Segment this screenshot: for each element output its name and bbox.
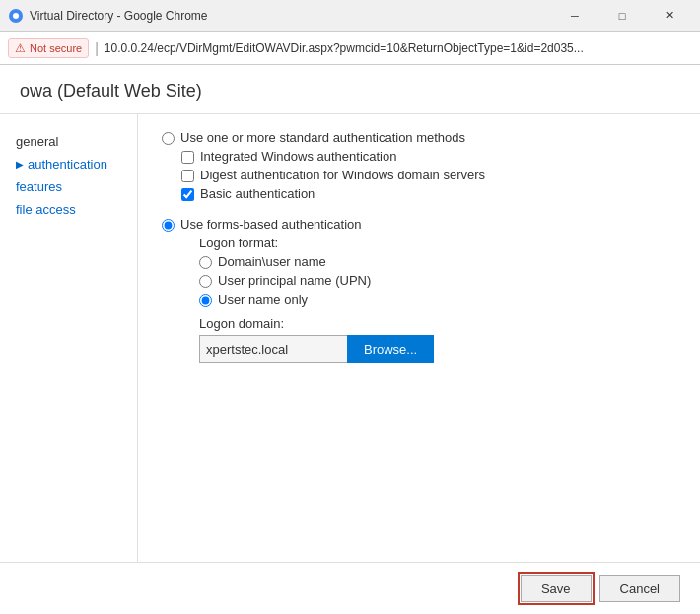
security-label: Not secure <box>30 42 82 54</box>
content-area: general ▶ authentication features file a… <box>0 114 700 562</box>
chrome-icon <box>8 8 24 24</box>
footer: Save Cancel <box>0 562 700 614</box>
window-controls: ─ □ ✕ <box>552 0 692 32</box>
upn-radio[interactable] <box>199 275 212 288</box>
standard-auth-label[interactable]: Use one or more standard authentication … <box>180 130 465 145</box>
integrated-windows-label[interactable]: Integrated Windows authentication <box>200 149 396 164</box>
sidebar-authentication-label: authentication <box>28 157 107 171</box>
sidebar-item-file-access[interactable]: file access <box>0 198 137 221</box>
digest-auth-checkbox[interactable] <box>181 170 194 182</box>
sidebar-item-general: general <box>0 130 137 153</box>
arrow-icon: ▶ <box>16 159 24 170</box>
maximize-button[interactable]: □ <box>599 0 645 32</box>
username-only-row: User name only <box>199 292 676 307</box>
security-badge: ⚠ Not secure <box>8 38 89 58</box>
browse-button[interactable]: Browse... <box>347 335 434 363</box>
forms-auth-label[interactable]: Use forms-based authentication <box>180 217 362 232</box>
main-panel: Use one or more standard authentication … <box>138 114 700 562</box>
domain-user-label[interactable]: Domain\user name <box>218 254 326 269</box>
save-button[interactable]: Save <box>521 575 592 602</box>
basic-auth-row: Basic authentication <box>181 186 676 201</box>
upn-row: User principal name (UPN) <box>199 273 676 288</box>
window-title: Virtual Directory - Google Chrome <box>30 9 552 23</box>
digest-auth-label[interactable]: Digest authentication for Windows domain… <box>200 168 485 182</box>
address-url[interactable]: 10.0.0.24/ecp/VDirMgmt/EditOWAVDir.aspx?… <box>105 41 692 55</box>
sidebar-file-access-label: file access <box>16 202 76 217</box>
forms-auth-row: Use forms-based authentication <box>162 217 676 232</box>
domain-user-radio[interactable] <box>199 256 212 269</box>
warning-icon: ⚠ <box>15 41 26 55</box>
window-body: owa (Default Web Site) general ▶ authent… <box>0 65 700 614</box>
svg-point-1 <box>13 13 19 19</box>
basic-auth-label[interactable]: Basic authentication <box>200 186 315 201</box>
domain-user-row: Domain\user name <box>199 254 676 269</box>
cancel-button[interactable]: Cancel <box>599 575 680 602</box>
address-divider: | <box>95 40 99 56</box>
sidebar-general-label: general <box>16 134 58 149</box>
minimize-button[interactable]: ─ <box>552 0 597 32</box>
username-only-label[interactable]: User name only <box>218 292 308 307</box>
digest-auth-row: Digest authentication for Windows domain… <box>181 168 676 182</box>
integrated-windows-checkbox[interactable] <box>181 151 194 164</box>
page-title: owa (Default Web Site) <box>20 81 680 102</box>
logon-format-label: Logon format: <box>199 236 676 250</box>
logon-domain-row: Browse... <box>199 335 676 363</box>
sidebar: general ▶ authentication features file a… <box>0 114 138 562</box>
logon-domain-label: Logon domain: <box>199 316 676 331</box>
sidebar-item-features[interactable]: features <box>0 175 137 198</box>
page-header: owa (Default Web Site) <box>0 65 700 114</box>
upn-label[interactable]: User principal name (UPN) <box>218 273 371 288</box>
sidebar-item-authentication[interactable]: ▶ authentication <box>0 153 137 175</box>
username-only-radio[interactable] <box>199 294 212 307</box>
standard-auth-radio[interactable] <box>162 132 175 145</box>
basic-auth-checkbox[interactable] <box>181 188 194 201</box>
title-bar: Virtual Directory - Google Chrome ─ □ ✕ <box>0 0 700 32</box>
integrated-windows-row: Integrated Windows authentication <box>181 149 676 164</box>
domain-input[interactable] <box>199 335 347 363</box>
sidebar-features-label: features <box>16 179 62 194</box>
address-bar: ⚠ Not secure | 10.0.0.24/ecp/VDirMgmt/Ed… <box>0 32 700 65</box>
forms-auth-radio[interactable] <box>162 219 175 232</box>
close-button[interactable]: ✕ <box>647 0 692 32</box>
standard-auth-row: Use one or more standard authentication … <box>162 130 676 145</box>
